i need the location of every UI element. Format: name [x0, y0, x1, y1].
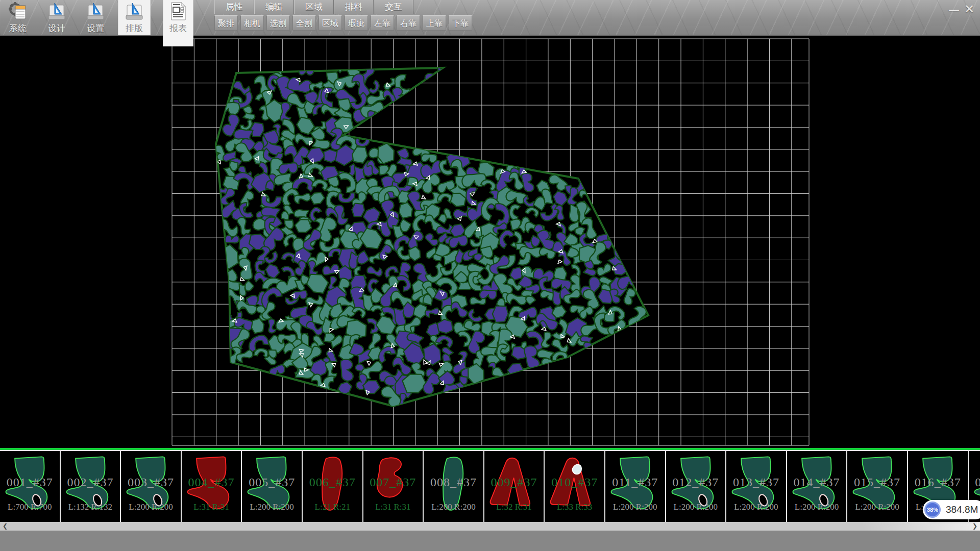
tool-button[interactable]: 瑕疵 [345, 15, 368, 31]
piece-thumbnail[interactable]: 005_#37L:200 R:200 [242, 451, 303, 522]
status-bar [0, 531, 980, 551]
menu-bar: 属性编辑区域排料交互 [214, 0, 475, 14]
tool-button[interactable]: 相机 [240, 15, 264, 31]
piece-count-label: L:700 R:700 [0, 502, 60, 512]
menu-item[interactable]: 编辑 [254, 0, 294, 14]
piece-count-label: L:21 R:21 [303, 502, 362, 512]
toolbar-button-label: 设置 [87, 22, 104, 34]
piece-id-label: 007_#37 [363, 475, 423, 489]
report-icon [168, 1, 188, 21]
menu-item[interactable]: 排料 [334, 0, 374, 14]
piece-id-label: 010_#37 [545, 475, 604, 489]
menu-item[interactable]: 交互 [374, 0, 413, 14]
piece-thumbnail[interactable]: 004_#37L:31 R:31 [182, 451, 242, 522]
toolbar-button-settings[interactable]: 设置 [80, 0, 111, 35]
piece-id-label: 014_#37 [787, 475, 847, 489]
piece-count-label: L:132 R:132 [61, 502, 120, 512]
toolbar-button-report[interactable]: 报表 [163, 0, 193, 46]
piece-thumbnail[interactable]: 003_#37L:200 R:200 [121, 451, 182, 522]
piece-id-label: 017_#37 [969, 475, 980, 489]
toolbar-button-label: 报表 [169, 22, 187, 34]
piece-count-label: L:200 R:200 [605, 502, 665, 512]
piece-id-label: 001_#37 [0, 475, 60, 489]
nesting-app-window: 系统设计设置排版报表 属性编辑区域排料交互 聚排相机选割全割区域瑕疵左靠右靠上靠… [0, 0, 980, 551]
piece-id-label: 004_#37 [182, 475, 241, 489]
piece-thumbnail[interactable]: 001_#37L:700 R:700 [0, 451, 61, 522]
piece-count-label: L:33 R:33 [545, 502, 604, 512]
piece-id-label: 016_#37 [908, 475, 968, 489]
piece-thumbnail[interactable]: 002_#37L:132 R:132 [61, 451, 121, 522]
piece-thumbnail[interactable]: 010_#37L:33 R:33 [545, 451, 605, 522]
tool-button[interactable]: 下靠 [449, 15, 472, 31]
scroll-right-icon[interactable]: ❯ [970, 522, 980, 531]
piece-thumbnail[interactable]: 013_#37L:200 R:200 [726, 451, 787, 522]
piece-thumbnail-strip: 001_#37L:700 R:700002_#37L:132 R:132003_… [0, 450, 980, 522]
piece-count-label: L:32 R:31 [484, 502, 544, 512]
piece-count-label: L:200 R:200 [787, 502, 847, 512]
design-icon [46, 1, 67, 21]
piece-id-label: 003_#37 [121, 475, 181, 489]
toolbar-button-system[interactable]: 系统 [2, 0, 34, 35]
piece-count-label: L:31 R:31 [363, 502, 423, 512]
menu-item[interactable]: 属性 [214, 0, 254, 14]
scroll-left-icon[interactable]: ❮ [0, 522, 10, 531]
piece-count-label: L:200 R:200 [121, 502, 181, 512]
piece-thumbnail[interactable]: 007_#37L:31 R:31 [363, 451, 424, 522]
piece-id-label: 005_#37 [242, 475, 302, 489]
toolbar-button-design[interactable]: 设计 [41, 0, 72, 35]
piece-thumbnail[interactable]: 015_#37L:200 R:200 [847, 451, 908, 522]
piece-id-label: 012_#37 [666, 475, 726, 489]
toolbar-button-label: 排版 [126, 22, 143, 34]
piece-count-label: L:31 R:31 [182, 502, 241, 512]
horizontal-scrollbar[interactable]: ❮ ❯ [0, 522, 980, 531]
menu-item[interactable]: 区域 [294, 0, 334, 14]
toolbar-button-layout[interactable]: 排版 [118, 0, 150, 35]
piece-count-label: L:200 R:200 [242, 502, 302, 512]
memory-usage-label: 384.8M [946, 504, 978, 515]
progress-badge: 38% [924, 502, 941, 518]
piece-id-label: 015_#37 [847, 475, 907, 489]
titlebar: 系统设计设置排版报表 属性编辑区域排料交互 聚排相机选割全割区域瑕疵左靠右靠上靠… [0, 0, 980, 36]
close-button[interactable]: ✕ [962, 3, 977, 17]
minimize-button[interactable]: — [946, 3, 962, 17]
piece-id-label: 011_#37 [605, 475, 665, 489]
piece-id-label: 013_#37 [726, 475, 786, 489]
nesting-canvas[interactable] [0, 35, 980, 448]
toolbar-button-label: 系统 [9, 22, 27, 34]
piece-count-label: L:200 R:200 [726, 502, 786, 512]
tool-bar: 聚排相机选割全割区域瑕疵左靠右靠上靠下靠 [214, 15, 475, 31]
menu-area: 属性编辑区域排料交互 聚排相机选割全割区域瑕疵左靠右靠上靠下靠 [214, 0, 475, 31]
piece-id-label: 009_#37 [484, 475, 544, 489]
piece-thumbnail[interactable]: 009_#37L:32 R:31 [484, 451, 545, 522]
hide-layout-drawing [0, 35, 980, 448]
piece-id-label: 008_#37 [424, 475, 483, 489]
piece-id-label: 002_#37 [61, 475, 120, 489]
piece-thumbnail[interactable]: 008_#37L:200 R:200 [424, 451, 484, 522]
tool-button[interactable]: 聚排 [214, 15, 238, 31]
piece-id-label: 006_#37 [303, 475, 362, 489]
tool-button[interactable]: 上靠 [423, 15, 446, 31]
main-toolbar: 系统设计设置排版报表 [2, 0, 200, 35]
piece-count-label: L:200 R:200 [847, 502, 907, 512]
tool-button[interactable]: 选割 [266, 15, 290, 31]
tool-button[interactable]: 左靠 [371, 15, 394, 31]
toolbar-button-label: 设计 [48, 22, 65, 34]
tool-button[interactable]: 全割 [292, 15, 316, 31]
settings-icon [85, 1, 106, 21]
layout-icon [124, 1, 144, 21]
piece-thumbnail[interactable]: 014_#37L:200 R:200 [787, 451, 848, 522]
tool-button[interactable]: 右靠 [397, 15, 420, 31]
piece-count-label: L:200 R:200 [424, 502, 483, 512]
piece-thumbnail[interactable]: 006_#37L:21 R:21 [303, 451, 363, 522]
system-icon [8, 1, 28, 21]
piece-thumbnail[interactable]: 012_#37L:200 R:200 [666, 451, 727, 522]
memory-progress-pill: 38% 384.8M [923, 500, 980, 519]
piece-thumbnail[interactable]: 011_#37L:200 R:200 [605, 451, 666, 522]
tool-button[interactable]: 区域 [318, 15, 342, 31]
piece-count-label: L:200 R:200 [666, 502, 726, 512]
window-controls: — ✕ [946, 3, 977, 17]
